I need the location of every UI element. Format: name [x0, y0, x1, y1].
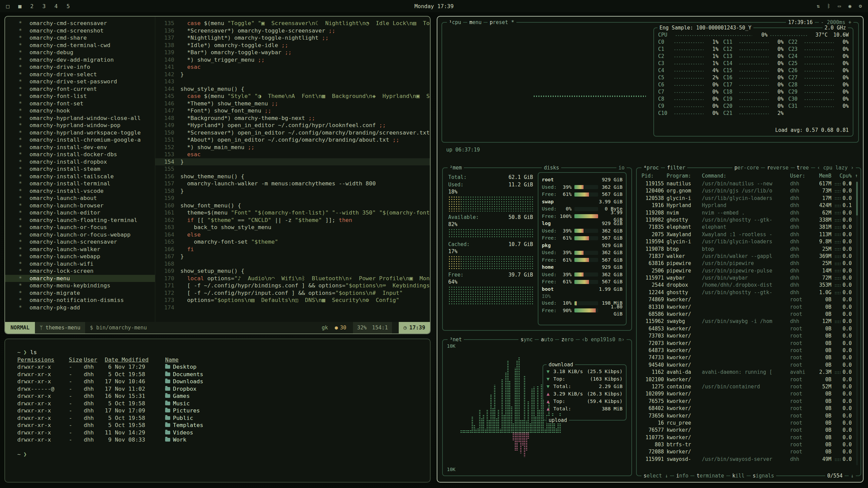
file-item[interactable]: *omarchy-hyprland-workspace-toggle [5, 129, 155, 137]
process-row[interactable]: 71835elephantelephantdhh381M0.0 [642, 224, 852, 231]
file-item[interactable]: *omarchy-hyprland-window-pop [5, 122, 155, 129]
process-row[interactable]: 115991swayosd-/usr/bin/swayosd-serverdhh… [642, 456, 852, 463]
file-item[interactable]: *omarchy-cmd-screenshot [5, 27, 155, 35]
file-item[interactable]: *omarchy-launch-webapp [5, 253, 155, 260]
file-item[interactable]: *omarchy-install-steam [5, 165, 155, 173]
net-auto-button[interactable]: auto [539, 336, 555, 343]
file-item[interactable]: *omarchy-install-dev-env [5, 144, 155, 151]
process-row[interactable]: 119208nvimnvim --embed .dhh62M0.0 [642, 209, 852, 217]
process-row[interactable]: 115962swaybg/usr/bin/swaybg -i /homdhh12… [642, 318, 852, 325]
terminal-body[interactable]: ~❯lsPermissionsSizeUserDate ModifiedName… [5, 339, 430, 482]
file-item[interactable]: *omarchy-launch-browser [5, 202, 155, 209]
process-row[interactable]: 2506pipewire/usr/bin/pipewire-pulsedhh14… [642, 267, 852, 274]
process-row[interactable]: 63816pipewire/usr/bin/pipewiredhh25M0.0 [642, 260, 852, 267]
process-row[interactable]: 115971waybar/usr/bin/waybardhh72M0.0 [642, 274, 852, 282]
file-item[interactable]: *omarchy-drive-info [5, 63, 155, 71]
workspace-icon-2[interactable]: ■ [18, 3, 22, 9]
file-item[interactable]: *omarchy-cmd-terminal-cwd [5, 42, 155, 49]
process-row[interactable]: 2075XwaylandXwayland :1 -rootless -dhh11… [642, 231, 852, 238]
file-item[interactable]: *omarchy-launch-floating-terminal [5, 217, 155, 224]
bluetooth-icon[interactable]: ᛒ [827, 3, 830, 9]
file-item[interactable]: *omarchy-install-terminal [5, 180, 155, 187]
process-row[interactable]: 68402kworker/root0B0.0 [642, 405, 852, 412]
process-row[interactable]: 2544dropbox/home/dhh/.dropbox-distdhh353… [642, 282, 852, 289]
file-item[interactable]: *omarchy-menu [5, 275, 155, 282]
process-row[interactable]: 72073kworker/root0B0.0 [642, 340, 852, 347]
menu-button[interactable]: menu [467, 19, 484, 26]
proc-signals-button[interactable]: signals [751, 472, 776, 479]
settings-icon[interactable]: ⚙ [859, 3, 862, 9]
workspace-icon-1[interactable]: □ [6, 3, 9, 9]
process-row[interactable]: 1275containe/usr/bin/containerdroot52M0.… [642, 383, 852, 390]
process-row[interactable]: 119078btopbtopdhh25M0.0 [642, 246, 852, 253]
file-item[interactable]: *omarchy-hook [5, 107, 155, 115]
file-item[interactable]: *omarchy-lock-screen [5, 267, 155, 275]
process-row[interactable]: 102100kworker/root0B0.0 [642, 376, 852, 383]
net-sync-button[interactable]: sync [518, 336, 535, 343]
file-item[interactable]: *omarchy-font-set [5, 100, 155, 107]
scroll-up-icon[interactable]: ↑ [855, 173, 858, 178]
file-item[interactable]: *omarchy-cmd-screensaver [5, 20, 155, 27]
proc-info-button[interactable]: info [674, 472, 690, 479]
process-row[interactable]: 68586kworker/root0B0.0 [642, 311, 852, 318]
proc-kill-button[interactable]: kill [730, 472, 747, 479]
process-row[interactable]: 76575kworker/root0B0.0 [642, 398, 852, 405]
disks-io-toggle[interactable]: io [616, 164, 627, 171]
process-row[interactable]: 12244ghostty/usr/bin/ghostty --gtk-dhh1.… [642, 289, 852, 296]
process-row[interactable]: 73703kworker/root0B0.0 [642, 332, 852, 340]
workspace-2[interactable]: 2 [30, 3, 34, 9]
volume-icon[interactable]: ◉ [848, 3, 851, 9]
file-item[interactable]: *omarchy-launch-editor [5, 209, 155, 217]
file-item[interactable]: *omarchy-debug [5, 49, 155, 56]
file-list[interactable]: *omarchy-cmd-screensaver*omarchy-cmd-scr… [5, 17, 155, 322]
file-item[interactable]: *omarchy-launch-walker [5, 246, 155, 253]
file-item[interactable]: *omarchy-install-dropbox [5, 158, 155, 166]
process-row[interactable]: 119982ghostty/usr/bin/ghostty --gtk-dhh3… [642, 217, 852, 224]
file-item[interactable]: *omarchy-install-vscode [5, 187, 155, 195]
proc-terminate-button[interactable]: terminate [694, 472, 726, 479]
file-item[interactable]: *omarchy-dev-add-migration [5, 56, 155, 64]
process-row[interactable]: 74869kworker/root0B0.0 [642, 296, 852, 303]
file-item[interactable]: *omarchy-migrate [5, 289, 155, 297]
workspace-5[interactable]: 5 [66, 3, 70, 9]
file-item[interactable]: *omarchy-install-docker-dbs [5, 151, 155, 158]
process-row[interactable]: 119155nautilus/usr/bin/nautilus --newdhh… [642, 180, 852, 187]
process-row[interactable]: 803btrfs-trroot0B0.0 [642, 441, 852, 448]
file-item[interactable]: *omarchy-pkg-add [5, 304, 155, 311]
process-row[interactable]: 120406org.gnom/usr/bin/gjs /usr/lib/odhh… [642, 187, 852, 195]
file-item[interactable]: *omarchy-notification-dismiss [5, 297, 155, 304]
preset-button[interactable]: preset * [488, 19, 516, 26]
network-icon[interactable]: ⇅ [817, 3, 820, 9]
file-item[interactable]: *omarchy-drive-set-password [5, 78, 155, 85]
file-item[interactable]: *omarchy-font-list [5, 93, 155, 100]
file-item[interactable]: *omarchy-launch-or-focus-webapp [5, 231, 155, 239]
process-row[interactable]: 16rcu_preeroot0B0.0 [642, 420, 852, 427]
file-item[interactable]: *omarchy-drive-select [5, 71, 155, 78]
proc-box-title[interactable]: ⁴proc [642, 164, 661, 171]
file-item[interactable]: *omarchy-cmd-share [5, 34, 155, 42]
process-row[interactable]: 110775kworker/root0B0.0 [642, 434, 852, 441]
workspace-3[interactable]: 3 [42, 3, 46, 9]
process-table-header[interactable]: Pid:Program:Command:User:MemBCpu% ↑ [642, 172, 852, 180]
proc-tree-button[interactable]: tree [795, 164, 811, 171]
workspace-4[interactable]: 4 [55, 3, 58, 9]
process-row[interactable]: 102099kworker/root0B0.0 [642, 390, 852, 398]
cpu-box-title[interactable]: ¹cpu [447, 19, 463, 26]
process-row[interactable]: 74733kworker/root0B0.0 [642, 354, 852, 361]
process-row[interactable]: 73656kworker/root0B0.0 [642, 412, 852, 420]
process-row[interactable]: 71837walker/usr/bin/walker --gappldhh369… [642, 253, 852, 260]
proc-select-button[interactable]: select ↓ [642, 472, 670, 479]
file-item[interactable]: *omarchy-hyprland-window-close-all [5, 115, 155, 122]
file-item[interactable]: *omarchy-launch-screensaver [5, 238, 155, 246]
scroll-down-icon[interactable]: ↓ [849, 472, 856, 479]
process-row[interactable]: 81310kworker/root0B0.0 [642, 304, 852, 311]
code-pane[interactable]: 135 case $(menu "Toggle" "▣ Screensaver\… [155, 17, 430, 322]
process-scrollbar[interactable] [856, 182, 858, 465]
proc-per-core-button[interactable]: per-core [732, 164, 761, 171]
file-item[interactable]: *omarchy-launch-about [5, 195, 155, 202]
process-row[interactable]: 119594glycin-i/usr/lib/glycin-loadersdhh… [642, 238, 852, 245]
proc-sort-selector[interactable]: ‹ cpu lazy › [815, 164, 856, 171]
file-item[interactable]: *omarchy-install-tailscale [5, 173, 155, 180]
process-row[interactable]: 1916HyprlandHyprlanddhh424M0.1 [642, 202, 852, 209]
proc-filter-button[interactable]: filter [665, 164, 687, 171]
